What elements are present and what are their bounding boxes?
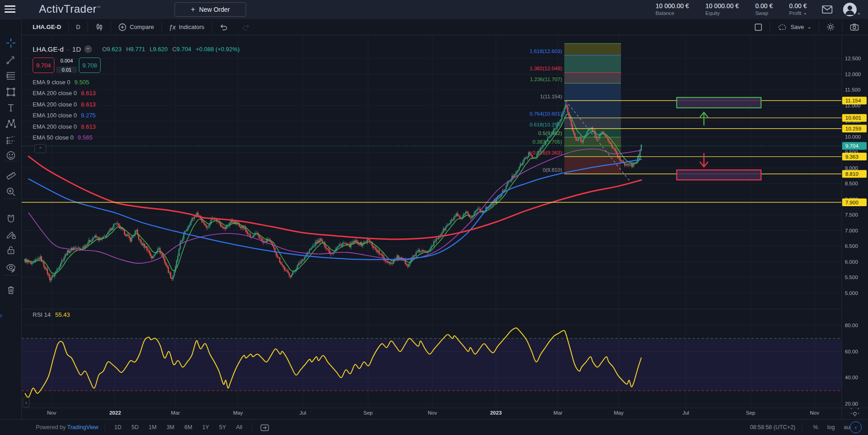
legend-collapse-button[interactable]: ⌃ (34, 144, 46, 153)
svg-text:11.500: 11.500 (845, 87, 860, 92)
svg-text:May: May (233, 410, 243, 416)
account-metric-equity: 10 000.00 € Equity (705, 2, 739, 16)
hide-drawings-tool-icon[interactable] (5, 262, 17, 275)
range-button-all[interactable]: All (233, 423, 245, 431)
chart-footer: Powered by TradingView 1D5D1M3M6M1Y5YAll… (0, 419, 868, 435)
rsi-legend: RSI 14 55.43 (33, 311, 70, 318)
symbol-search-button[interactable]: LHA.GE-D (22, 22, 68, 32)
range-button-5y[interactable]: 5Y (216, 423, 228, 431)
trend-line-tool-icon[interactable] (5, 53, 17, 66)
svg-text:2022: 2022 (109, 410, 121, 416)
undo-button[interactable] (212, 22, 235, 32)
legend-interval[interactable]: 1D (72, 45, 81, 53)
rsi-label[interactable]: RSI 14 (33, 311, 51, 318)
hide-series-button[interactable]: − (84, 45, 92, 53)
svg-text:10.601: 10.601 (845, 115, 861, 121)
indicator-row[interactable]: EMA 9 close 09.505 (33, 77, 240, 88)
ohlc-values: O9.623H9.771L9.620C9.704+0.088 (+0.92%) (102, 46, 240, 53)
fib-retracement-tool-icon[interactable] (5, 69, 17, 82)
text-tool-icon[interactable] (5, 102, 17, 114)
forecast-tool-icon[interactable] (5, 133, 17, 146)
layout-button[interactable] (747, 22, 770, 32)
sell-button[interactable]: 9.704 (33, 58, 54, 73)
lock-all-tool-icon[interactable] (5, 244, 17, 256)
mail-icon[interactable] (822, 5, 833, 14)
svg-text:20.00: 20.00 (845, 401, 858, 406)
plus-icon: + (191, 5, 195, 14)
range-button-3m[interactable]: 3M (164, 423, 177, 431)
panel-expander-chevron[interactable]: ‹ (850, 421, 862, 433)
range-button-6m[interactable]: 6M (182, 423, 195, 431)
powered-by-label: Powered by (36, 424, 66, 430)
svg-text:7.000: 7.000 (845, 228, 858, 233)
tradingview-link[interactable]: TradingView (67, 424, 98, 430)
spread-box: 0.004 0.01 (56, 58, 77, 73)
svg-text:0(8.810): 0(8.810) (543, 167, 562, 173)
interval-button[interactable]: D (69, 22, 87, 32)
indicator-row[interactable]: EMA 50 close 09.565 (33, 132, 240, 144)
chevron-down-icon: ▾ (804, 12, 806, 16)
new-order-button[interactable]: + New Order (175, 2, 246, 17)
redo-button[interactable] (235, 22, 257, 32)
svg-text:1.618(12.603): 1.618(12.603) (529, 48, 562, 54)
range-button-5d[interactable]: 5D (129, 423, 141, 431)
zoom-in-tool-icon[interactable] (5, 185, 17, 198)
spread-value: 0.01 (56, 67, 77, 73)
magnet-tool-icon[interactable] (5, 213, 17, 225)
svg-text:8.810: 8.810 (845, 171, 858, 177)
rsi-pane-collapse-button[interactable]: ‹ (23, 397, 29, 407)
buy-button[interactable]: 9.708 (79, 58, 101, 73)
svg-text:40.00: 40.00 (845, 375, 858, 380)
xabcd-pattern-tool-icon[interactable] (5, 117, 17, 130)
range-button-1y[interactable]: 1Y (199, 423, 212, 431)
svg-text:9.000: 9.000 (845, 165, 858, 171)
drawing-lock-tool-icon[interactable] (5, 228, 17, 241)
indicators-button[interactable]: ƒx Indicators (162, 22, 212, 32)
save-button[interactable]: Save ⌄ (770, 22, 819, 32)
svg-text:7.900: 7.900 (845, 200, 858, 205)
svg-text:May: May (614, 410, 624, 416)
clock[interactable]: 08:58:58 (UTC+2) (750, 424, 795, 430)
svg-text:11.154: 11.154 (845, 98, 861, 103)
screenshot-button[interactable] (843, 22, 868, 32)
cloud-icon (777, 24, 787, 31)
indicator-row[interactable]: EMA 200 close 08.613 (33, 99, 240, 110)
chart-style-button[interactable] (88, 22, 111, 32)
remove-drawings-tool-icon[interactable] (5, 284, 17, 296)
chart-settings-button[interactable] (819, 22, 842, 32)
svg-text:1.236(11.707): 1.236(11.707) (530, 77, 562, 82)
svg-text:60.00: 60.00 (845, 349, 858, 354)
legend-symbol[interactable]: LHA.GE-d (33, 45, 63, 53)
svg-text:Nov: Nov (810, 410, 820, 416)
avatar-icon (843, 2, 857, 17)
gear-icon (826, 23, 835, 31)
range-button-1m[interactable]: 1M (146, 423, 159, 431)
svg-text:Jul: Jul (683, 410, 689, 416)
account-metric-balance: 10 000.00 € Balance (655, 2, 689, 16)
emoji-tool-icon[interactable] (5, 149, 17, 162)
goto-date-button[interactable] (260, 424, 269, 431)
indicator-row[interactable]: EMA 200 close 08.613 (33, 88, 240, 99)
watchlist-expander-chevron[interactable]: › (0, 308, 7, 322)
compare-button[interactable]: Compare (111, 22, 161, 32)
chevron-down-icon: ▾ (858, 12, 860, 16)
crosshair-tool-icon[interactable] (5, 37, 17, 49)
spread-top: 0.004 (56, 58, 77, 64)
indicator-row[interactable]: EMA 200 close 08.613 (33, 121, 240, 132)
shapes-tool-icon[interactable] (5, 86, 17, 98)
hamburger-menu-icon[interactable] (5, 5, 15, 14)
account-metric-swap: 0.00 € Swap (755, 2, 773, 16)
svg-text:0.5(9.982): 0.5(9.982) (538, 130, 563, 136)
user-menu[interactable]: ▾ (843, 2, 860, 17)
indicator-row[interactable]: EMA 100 close 09.275 (33, 110, 240, 121)
range-button-1d[interactable]: 1D (112, 423, 124, 431)
account-metrics: 10 000.00 € Balance10 000.00 € Equity0.0… (655, 2, 807, 16)
percent-scale-toggle[interactable]: % (813, 424, 818, 430)
log-scale-toggle[interactable]: log (827, 424, 835, 430)
svg-text:6.000: 6.000 (845, 259, 858, 265)
svg-text:1(11.154): 1(11.154) (540, 94, 563, 99)
ruler-tool-icon[interactable] (5, 168, 17, 181)
svg-text:Sep: Sep (364, 410, 373, 416)
svg-text:9.704: 9.704 (845, 143, 858, 149)
account-metric-profit[interactable]: 0.00 € Profit▾ (789, 2, 807, 16)
